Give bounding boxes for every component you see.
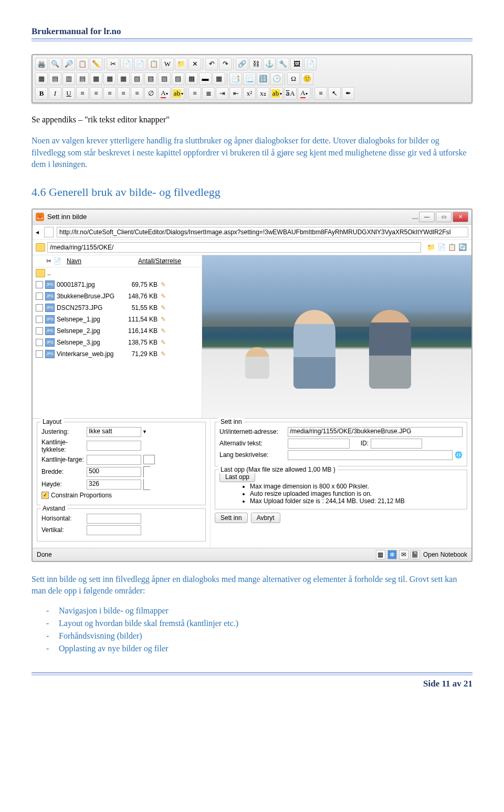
lang-beskrivelse-input[interactable] bbox=[288, 450, 453, 460]
url-field[interactable]: http://lr.no/CuteSoft_Client/CuteEditor/… bbox=[57, 227, 468, 237]
toolbar-button[interactable]: ab ▾ bbox=[270, 87, 283, 100]
toolbar-button[interactable]: 🙂 bbox=[301, 72, 313, 85]
doc-icon[interactable]: 📄 bbox=[54, 257, 61, 265]
toolbar-button[interactable]: 🔗 bbox=[236, 58, 248, 70]
toolbar-button[interactable]: ▦ bbox=[90, 72, 102, 85]
toolbar-button[interactable]: 📄 bbox=[120, 58, 133, 70]
toolbar-button[interactable]: ≡ bbox=[314, 87, 327, 100]
file-row[interactable]: JPGSelsnepe_2.jpg116,14 KB✎ bbox=[33, 325, 202, 337]
toolbar-button[interactable]: ⛓ bbox=[249, 58, 262, 70]
toolbar-button[interactable]: W bbox=[161, 58, 174, 70]
toolbar-button[interactable]: 📄 bbox=[304, 58, 317, 70]
kantlinje-tykkelse-input[interactable] bbox=[87, 441, 141, 451]
toolbar-button[interactable]: ✏️ bbox=[90, 58, 102, 70]
toolbar-button[interactable]: 🔎 bbox=[62, 58, 75, 70]
toolbar-button[interactable]: ▩ bbox=[185, 72, 198, 85]
toolbar-button[interactable]: ▥ bbox=[62, 72, 75, 85]
kantlinje-farge-input[interactable] bbox=[87, 455, 141, 465]
file-checkbox[interactable] bbox=[36, 339, 43, 346]
toolbar-button[interactable]: ↷ bbox=[219, 58, 232, 70]
toolbar-button[interactable]: I bbox=[49, 87, 61, 100]
toolbar-button[interactable]: ≡ bbox=[103, 87, 116, 100]
file-row[interactable]: JPGDSCN2573.JPG51,55 KB✎ bbox=[33, 302, 202, 314]
edit-icon[interactable]: ✎ bbox=[161, 304, 166, 311]
edit-icon[interactable]: ✎ bbox=[161, 316, 166, 323]
toolbar-button[interactable]: ▦ bbox=[35, 72, 48, 85]
toolbar-button[interactable]: 🕒 bbox=[270, 72, 283, 85]
toolbar-button[interactable]: 🔧 bbox=[277, 58, 289, 70]
new-folder-icon[interactable]: 📁 bbox=[426, 243, 436, 252]
toolbar-button[interactable]: x² bbox=[243, 87, 256, 100]
toolbar-button[interactable]: ≡ bbox=[76, 87, 89, 100]
file-checkbox[interactable] bbox=[36, 293, 43, 300]
col-name-header[interactable]: Navn bbox=[67, 257, 138, 265]
toolbar-button[interactable]: ▤ bbox=[49, 72, 61, 85]
toolbar-button[interactable]: ⚓ bbox=[263, 58, 276, 70]
file-checkbox[interactable] bbox=[36, 327, 43, 335]
toolbar-button[interactable]: x₂ bbox=[257, 87, 269, 100]
toolbar-button[interactable]: U bbox=[62, 87, 75, 100]
toolbar-button[interactable]: ⇥ bbox=[216, 87, 228, 100]
file-checkbox[interactable] bbox=[36, 316, 43, 323]
toolbar-button[interactable]: ✕ bbox=[188, 58, 201, 70]
toolbar-button[interactable]: ≣ bbox=[202, 87, 215, 100]
parent-dir[interactable]: .. bbox=[47, 269, 51, 277]
open-notebook-label[interactable]: Open Notebook bbox=[423, 551, 467, 558]
edit-icon[interactable]: ✎ bbox=[161, 327, 166, 335]
toolbar-button[interactable]: ▬ bbox=[199, 72, 212, 85]
edit-icon[interactable]: ✎ bbox=[161, 350, 166, 358]
toolbar-button[interactable]: ✒ bbox=[342, 87, 354, 100]
file-checkbox[interactable] bbox=[36, 350, 43, 358]
file-checkbox[interactable] bbox=[36, 304, 43, 311]
toolbar-button[interactable]: ▦ bbox=[117, 72, 130, 85]
toolbar-button[interactable]: Ω bbox=[287, 72, 300, 85]
toolbar-button[interactable]: ↖ bbox=[328, 87, 341, 100]
toolbar-button[interactable]: ▤ bbox=[76, 72, 89, 85]
toolbar-button[interactable]: ≡ bbox=[188, 87, 201, 100]
edit-icon[interactable]: ✎ bbox=[161, 293, 166, 300]
file-row[interactable]: JPG00001871.jpg69,75 KB✎ bbox=[33, 279, 202, 290]
toolbar-button[interactable]: 🖨️ bbox=[35, 58, 48, 70]
copy-icon[interactable]: 📄 bbox=[437, 243, 446, 252]
alt-text-input[interactable] bbox=[288, 439, 350, 449]
toolbar-button[interactable]: ✂ bbox=[107, 58, 119, 70]
file-row[interactable]: JPG3bukkeneBruse.JPG148,76 KB✎ bbox=[33, 290, 202, 302]
path-input[interactable]: /media/ring/1155/OKE/ bbox=[47, 242, 421, 253]
folder-up-icon[interactable] bbox=[36, 269, 45, 277]
toolbar-button[interactable]: 📋 bbox=[76, 58, 89, 70]
maximize-button[interactable]: ▭ bbox=[436, 212, 452, 222]
toolbar-button[interactable]: a̅A bbox=[284, 87, 297, 100]
notebook-icon[interactable]: 📓 bbox=[411, 550, 420, 559]
toolbar-button[interactable]: 📁 bbox=[175, 58, 187, 70]
toolbar-button[interactable]: ▦ bbox=[213, 72, 225, 85]
toolbar-button[interactable]: 🔍 bbox=[49, 58, 61, 70]
toolbar-button[interactable]: A ▾ bbox=[298, 87, 310, 100]
toolbar-button[interactable]: 🔢 bbox=[257, 72, 269, 85]
browse-icon[interactable]: 🌐 bbox=[455, 451, 463, 459]
vertikal-input[interactable] bbox=[87, 525, 141, 535]
toolbar-button[interactable]: ≡ bbox=[117, 87, 130, 100]
link-dimensions-icon[interactable] bbox=[143, 466, 150, 477]
paste-icon[interactable]: 📋 bbox=[447, 243, 457, 252]
toolbar-button[interactable]: 📑 bbox=[229, 72, 242, 85]
constrain-checkbox[interactable]: ✓ bbox=[41, 492, 49, 499]
minimize-button[interactable]: — bbox=[419, 212, 435, 222]
toolbar-button[interactable]: ▦ bbox=[103, 72, 116, 85]
cancel-button[interactable]: Avbryt bbox=[251, 513, 280, 523]
url-address-input[interactable]: /media/ring/1155/OKE/3bukkeneBruse.JPG bbox=[288, 427, 463, 437]
toolbar-button[interactable]: ⇤ bbox=[229, 87, 242, 100]
link-dimensions-icon[interactable] bbox=[143, 479, 150, 490]
toolbar-button[interactable]: ∅ bbox=[144, 87, 157, 100]
toolbar-button[interactable]: A ▾ bbox=[158, 87, 171, 100]
toolbar-button[interactable]: B bbox=[35, 87, 48, 100]
toolbar-button[interactable]: ▨ bbox=[172, 72, 184, 85]
upload-button[interactable]: Last opp bbox=[219, 472, 255, 482]
toolbar-button[interactable]: 📄 bbox=[134, 58, 146, 70]
refresh-icon[interactable]: 🔄 bbox=[458, 243, 467, 252]
file-row[interactable]: JPGSelsnepe_1.jpg111,54 KB✎ bbox=[33, 314, 202, 325]
file-checkbox[interactable] bbox=[36, 281, 43, 288]
toolbar-button[interactable]: 🖼 bbox=[290, 58, 303, 70]
mail-icon[interactable]: ✉ bbox=[399, 550, 408, 559]
edit-icon[interactable]: ✎ bbox=[161, 339, 166, 346]
insert-button[interactable]: Sett inn bbox=[215, 513, 248, 523]
